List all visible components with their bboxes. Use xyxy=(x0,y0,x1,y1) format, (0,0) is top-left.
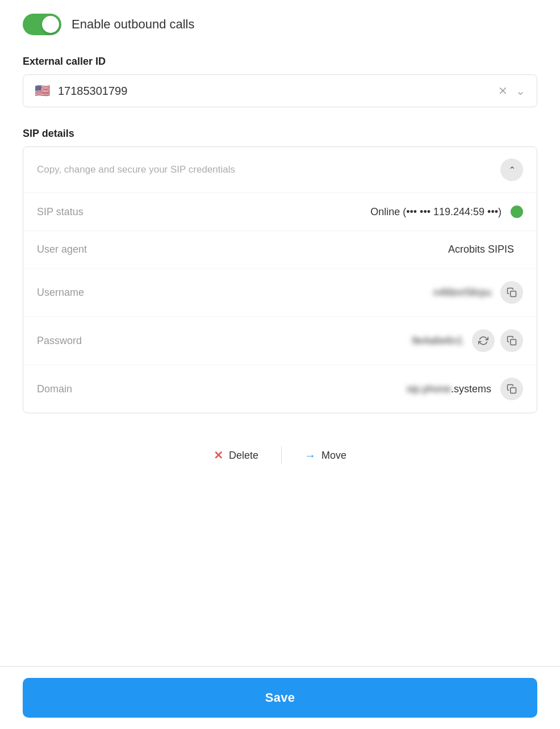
caller-id-section-label: External caller ID xyxy=(23,56,537,68)
actions-row: ✕ Delete → Move xyxy=(23,436,537,486)
sip-domain-value: sip.phone.systems xyxy=(128,383,500,395)
svg-rect-2 xyxy=(511,388,516,393)
caller-id-chevron-icon[interactable]: ⌄ xyxy=(516,84,525,98)
domain-actions xyxy=(500,378,523,400)
svg-rect-1 xyxy=(511,340,516,345)
sip-domain-label: Domain xyxy=(37,383,128,395)
sip-password-row: Password 9e4a6e6n1 xyxy=(23,317,537,365)
delete-label: Delete xyxy=(229,450,258,462)
caller-id-clear-button[interactable]: ✕ xyxy=(498,84,508,98)
sip-user-agent-label: User agent xyxy=(37,244,128,255)
outbound-calls-toggle[interactable] xyxy=(23,14,61,35)
move-label: Move xyxy=(321,450,346,462)
sip-online-dot xyxy=(511,206,523,218)
sip-collapse-button[interactable]: ⌃ xyxy=(500,158,523,181)
username-actions xyxy=(500,281,523,304)
caller-id-box: 🇺🇸 17185301799 ✕ ⌄ xyxy=(23,74,537,107)
sip-user-agent-row: User agent Acrobits SIPIS xyxy=(23,231,537,269)
username-copy-button[interactable] xyxy=(500,281,523,304)
sip-username-value: n46bnr56rpu xyxy=(128,287,500,299)
move-icon: → xyxy=(304,449,316,462)
delete-icon: ✕ xyxy=(214,449,223,462)
sip-status-value: Online (••• ••• 119.244:59 •••) xyxy=(128,206,511,218)
move-button[interactable]: → Move xyxy=(282,442,369,469)
domain-copy-button[interactable] xyxy=(500,378,523,400)
save-button[interactable]: Save xyxy=(23,678,537,718)
sip-domain-row: Domain sip.phone.systems xyxy=(23,365,537,413)
password-actions xyxy=(472,329,523,352)
sip-username-row: Username n46bnr56rpu xyxy=(23,269,537,317)
sip-password-value: 9e4a6e6n1 xyxy=(128,335,472,347)
password-copy-button[interactable] xyxy=(500,329,523,352)
save-section: Save xyxy=(0,667,560,729)
flag-icon: 🇺🇸 xyxy=(35,85,50,97)
caller-id-number: 17185301799 xyxy=(58,85,490,98)
svg-rect-0 xyxy=(511,291,516,297)
sip-username-label: Username xyxy=(37,287,128,299)
delete-button[interactable]: ✕ Delete xyxy=(191,442,281,469)
outbound-calls-toggle-row: Enable outbound calls xyxy=(23,14,537,35)
sip-header: Copy, change and secure your SIP credent… xyxy=(23,147,537,193)
sip-header-text: Copy, change and secure your SIP credent… xyxy=(37,164,235,175)
password-refresh-button[interactable] xyxy=(472,329,495,352)
sip-password-label: Password xyxy=(37,335,128,347)
sip-status-row: SIP status Online (••• ••• 119.244:59 ••… xyxy=(23,193,537,231)
sip-user-agent-value: Acrobits SIPIS xyxy=(128,244,523,255)
outbound-calls-label: Enable outbound calls xyxy=(72,17,195,32)
sip-status-label: SIP status xyxy=(37,206,128,218)
sip-details-box: Copy, change and secure your SIP credent… xyxy=(23,146,537,413)
sip-section-label: SIP details xyxy=(23,128,537,140)
